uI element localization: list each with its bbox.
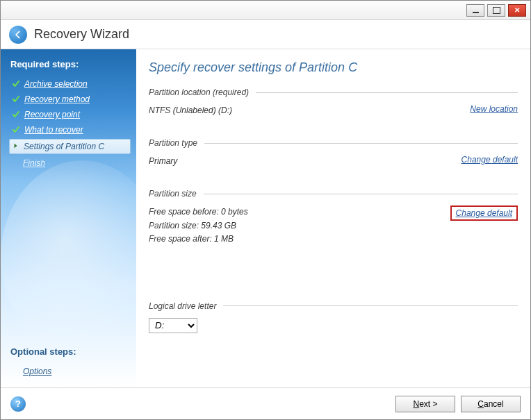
recovery-wizard-window: Recovery Wizard Required steps: Archive … [0,0,531,420]
section-heading: Partition size [149,189,197,199]
close-button[interactable] [508,4,526,17]
wizard-body: Required steps: Archive selection Recove… [1,49,530,387]
minimize-button[interactable] [466,4,484,17]
next-label-rest: ext > [419,399,437,409]
step-what-to-recover[interactable]: What to recover [10,122,129,137]
divider [256,92,518,93]
free-space-after: Free space after: 1 MB [149,233,248,246]
page-title: Specify recover settings of Partition C [149,60,518,75]
wizard-header: Recovery Wizard [1,20,530,49]
section-heading: Logical drive letter [149,301,216,311]
section-heading: Partition location (required) [149,87,249,97]
partition-location-value: NTFS (Unlabeled) (D:) [149,104,232,117]
step-label: Settings of Partition C [24,142,104,151]
step-recovery-point[interactable]: Recovery point [10,107,129,122]
divider [204,143,518,144]
new-location-link[interactable]: New location [470,104,518,114]
step-label: What to recover [24,125,83,135]
step-settings-partition-c[interactable]: Settings of Partition C [9,139,131,154]
check-icon [12,80,20,88]
check-icon [12,110,20,119]
check-icon [12,126,20,134]
next-button[interactable]: Next > [395,396,455,412]
optional-steps-heading: Optional steps: [10,346,129,357]
partition-size-values: Free space before: 0 bytes Partition siz… [149,205,248,246]
required-steps-heading: Required steps: [10,59,129,69]
partition-size: Partition size: 59.43 GB [149,219,248,233]
step-finish[interactable]: Finish [10,156,129,171]
titlebar [1,1,530,20]
step-label: Finish [23,158,45,168]
step-label: Recovery point [24,110,80,119]
optional-steps: Optional steps: Options [10,346,129,376]
cancel-button[interactable]: Cancel [461,396,521,412]
sidebar: Required steps: Archive selection Recove… [1,49,136,387]
section-drive-letter: Logical drive letter D: [149,301,518,333]
help-button[interactable]: ? [10,396,26,412]
arrow-right-icon [13,142,19,151]
options-link[interactable]: Options [23,367,51,376]
wizard-title: Recovery Wizard [34,27,129,42]
wizard-footer: ? Next > Cancel [1,387,530,419]
section-heading: Partition type [149,138,197,148]
change-default-size-highlight: Change default [450,205,518,221]
main-panel: Specify recover settings of Partition C … [136,49,530,387]
back-button[interactable] [9,26,27,44]
cancel-label-rest: ancel [484,399,504,409]
section-partition-location: Partition location (required) NTFS (Unla… [149,87,518,117]
partition-type-value: Primary [149,155,177,168]
section-partition-type: Partition type Primary Change default [149,138,518,168]
change-default-type-link[interactable]: Change default [461,155,518,165]
maximize-button[interactable] [487,4,505,17]
section-partition-size: Partition size Free space before: 0 byte… [149,189,518,246]
divider [204,194,518,194]
step-archive-selection[interactable]: Archive selection [10,76,129,92]
change-default-size-link[interactable]: Change default [456,208,512,218]
check-icon [12,95,20,103]
divider [223,305,518,306]
step-label: Recovery method [24,94,90,104]
free-space-before: Free space before: 0 bytes [149,205,248,219]
drive-letter-select[interactable]: D: [149,318,197,333]
step-label: Archive selection [24,79,88,89]
arrow-left-icon [13,30,23,40]
step-recovery-method[interactable]: Recovery method [10,92,129,107]
